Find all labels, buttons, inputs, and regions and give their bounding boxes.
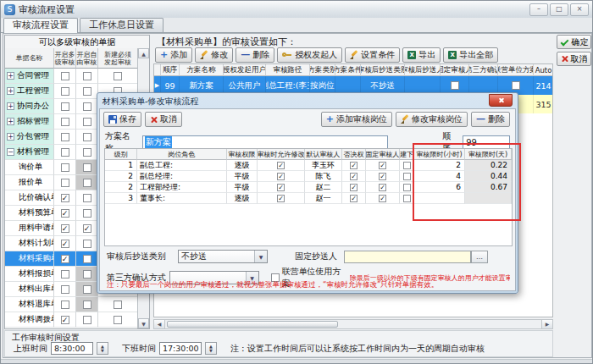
scheme-column-header[interactable]: 第三方确认 xyxy=(469,64,498,76)
fixed-auditor-checkbox[interactable] xyxy=(451,81,459,90)
scroll-left-icon[interactable]: ◀ xyxy=(154,320,165,328)
start-time-spinner[interactable]: ▲▼ xyxy=(97,342,108,355)
fixed-auditor-checkbox[interactable]: ✓ xyxy=(379,173,386,180)
horizontal-scrollbar[interactable]: ◀ ▶ xyxy=(153,319,553,329)
audit-column-header[interactable]: 审核限时(小时) xyxy=(414,149,465,160)
fixed-auditor-checkbox[interactable]: ✓ xyxy=(379,184,386,191)
free-audit-checkbox[interactable]: ✓ xyxy=(83,224,91,233)
multilevel-checkbox[interactable] xyxy=(61,72,69,80)
close-icon[interactable]: × xyxy=(570,3,589,16)
joint-scheme-checkbox[interactable] xyxy=(512,81,520,90)
free-audit-checkbox[interactable] xyxy=(83,133,91,141)
chevron-down-icon[interactable]: ▼ xyxy=(254,251,267,262)
audit-post-row[interactable]: 2工程部经理:平级✓赵二✓✓60.67 xyxy=(105,182,512,193)
allow-edit-checkbox[interactable]: ✓ xyxy=(277,184,285,191)
scheme-column-header[interactable]: 联营单位方案 xyxy=(498,64,534,76)
create-sub-checkbox[interactable] xyxy=(403,195,411,202)
free-audit-checkbox[interactable] xyxy=(83,301,91,309)
audit-post-row[interactable]: 1副总工程:逐级✓李玉环✓✓20.22 xyxy=(105,160,512,171)
fixed-cc-input[interactable] xyxy=(344,251,471,263)
audit-column-header[interactable]: 审核限时(天) xyxy=(465,149,512,160)
scheme-column-header[interactable]: 方案条件 xyxy=(335,64,361,76)
must-audit-checkbox[interactable] xyxy=(114,316,122,324)
expand-icon[interactable]: + xyxy=(7,133,14,141)
create-sub-checkbox[interactable] xyxy=(403,184,411,191)
scheme-column-header[interactable]: 方案名称 xyxy=(180,64,224,76)
free-audit-checkbox[interactable] xyxy=(83,102,91,111)
scheme-column-header[interactable]: 授权发起用户 xyxy=(224,64,266,76)
free-audit-checkbox[interactable] xyxy=(83,118,91,126)
free-audit-checkbox[interactable] xyxy=(83,270,91,279)
scheme-column-header[interactable]: Auto xyxy=(534,64,553,76)
free-audit-checkbox[interactable] xyxy=(83,240,91,248)
free-audit-checkbox[interactable] xyxy=(83,209,91,218)
free-audit-checkbox[interactable] xyxy=(83,148,91,157)
spinner-down-icon[interactable]: ▼ xyxy=(101,349,104,353)
toolbar-button-2[interactable]: —删除 xyxy=(236,47,274,63)
maximize-icon[interactable]: □ xyxy=(550,3,568,16)
scrollbar-thumb[interactable] xyxy=(167,321,338,328)
start-time-input[interactable]: 8:30:00 xyxy=(51,342,93,355)
scheme-column-header[interactable]: 审核后抄送人 xyxy=(405,64,441,76)
must-audit-checkbox[interactable] xyxy=(114,301,122,309)
multilevel-checkbox[interactable]: ✓ xyxy=(61,209,69,218)
free-audit-checkbox[interactable] xyxy=(83,255,91,263)
scheme-name-input[interactable]: 新方案 xyxy=(142,135,389,149)
veto-checkbox[interactable]: ✓ xyxy=(350,195,357,202)
veto-checkbox[interactable]: ✓ xyxy=(350,184,357,191)
multilevel-checkbox[interactable] xyxy=(61,301,69,309)
must-audit-checkbox[interactable] xyxy=(114,72,122,80)
multilevel-checkbox[interactable] xyxy=(61,163,69,172)
multilevel-checkbox[interactable] xyxy=(61,270,69,279)
doc-type-row[interactable]: 材料退库单 xyxy=(5,297,138,312)
expand-icon[interactable]: + xyxy=(7,87,14,95)
scroll-right-icon[interactable]: ▶ xyxy=(541,320,552,328)
audit-column-header[interactable]: 默认审核人 xyxy=(305,149,342,160)
cc-type-dropdown[interactable]: 不抄送▼ xyxy=(178,250,268,263)
tab-rest-day-settings[interactable]: 工作休息日设置 xyxy=(80,18,163,32)
allow-edit-checkbox[interactable]: ✓ xyxy=(277,195,285,202)
audit-column-header[interactable]: 否决权 xyxy=(342,149,366,160)
fixed-cc-browse-button[interactable]: … xyxy=(471,251,488,263)
ok-button[interactable]: 确定 xyxy=(557,35,591,49)
expand-icon[interactable]: + xyxy=(7,102,14,110)
multilevel-checkbox[interactable] xyxy=(61,285,69,294)
fixed-auditor-checkbox[interactable]: ✓ xyxy=(379,195,386,202)
free-audit-checkbox[interactable] xyxy=(83,179,91,187)
create-sub-checkbox[interactable] xyxy=(403,173,411,180)
audit-column-header[interactable]: 创建下级 xyxy=(400,149,414,160)
tab-audit-flow-settings[interactable]: 审核流程设置 xyxy=(3,18,78,33)
scroll-up-icon[interactable]: ▲ xyxy=(138,48,149,58)
delete-audit-post-button[interactable]: —删除 xyxy=(471,112,510,127)
spinner-down-icon[interactable]: ▼ xyxy=(209,349,213,353)
free-audit-checkbox[interactable] xyxy=(83,194,91,202)
multilevel-checkbox[interactable] xyxy=(61,179,69,187)
free-audit-checkbox[interactable] xyxy=(83,163,91,172)
free-audit-checkbox[interactable] xyxy=(83,285,91,294)
add-audit-post-button[interactable]: +添加审核岗位 xyxy=(321,112,392,127)
dialog-cancel-button[interactable]: 取消 xyxy=(145,112,182,127)
scheme-column-header[interactable]: 顺序 xyxy=(161,64,180,76)
audit-column-header[interactable]: 固定审核人 xyxy=(366,149,400,160)
multilevel-checkbox[interactable] xyxy=(61,148,69,157)
scheme-column-header[interactable]: 固定审核人 xyxy=(441,64,469,76)
audit-column-header[interactable]: 审核时允许修改 xyxy=(258,149,305,160)
expand-icon[interactable]: + xyxy=(7,118,14,125)
end-time-spinner[interactable]: ▲▼ xyxy=(205,342,217,355)
free-audit-checkbox[interactable] xyxy=(83,316,91,324)
save-button[interactable]: 保存 xyxy=(103,112,141,127)
free-audit-checkbox[interactable] xyxy=(83,72,91,80)
free-audit-checkbox[interactable] xyxy=(83,87,91,96)
scheme-column-header[interactable]: 审核路径 xyxy=(266,64,310,76)
fixed-auditor-checkbox[interactable]: ✓ xyxy=(379,162,386,169)
veto-checkbox[interactable]: ✓ xyxy=(350,173,357,180)
toolbar-button-3[interactable]: 授权发起人 xyxy=(277,47,342,63)
audit-post-row[interactable]: 2副总经理:平级✓陈飞✓✓40.44 xyxy=(105,171,512,182)
multilevel-checkbox[interactable]: ✓ xyxy=(61,224,69,233)
doc-type-row[interactable]: 材料调拨单✓ xyxy=(5,312,138,328)
scheme-column-header[interactable]: 方案类别 xyxy=(310,64,335,76)
audit-post-row[interactable]: 3董事长:逐级✓赵一✓✓ xyxy=(105,193,512,204)
scroll-down-icon[interactable]: ▼ xyxy=(138,318,149,328)
toolbar-button-6[interactable]: X导出全部 xyxy=(443,47,498,63)
multilevel-checkbox[interactable] xyxy=(61,102,69,111)
